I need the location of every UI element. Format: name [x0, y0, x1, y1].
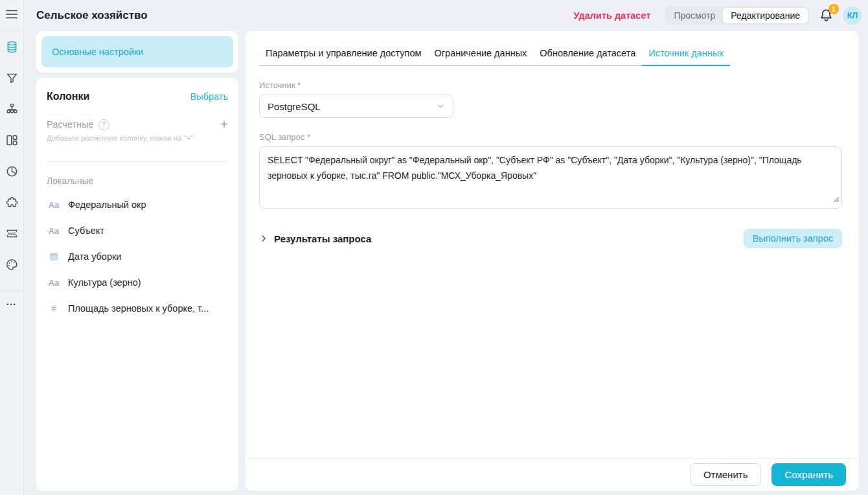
dataset-editor-page: SVG ••• Сельск: [0, 0, 868, 495]
sitemap-icon: [5, 102, 19, 119]
tab-params-access[interactable]: Параметры и управление доступом: [259, 41, 428, 66]
date-type-icon: [47, 251, 61, 262]
field-name: Площадь зерновых к уборке, т...: [68, 303, 209, 314]
left-icon-rail: SVG •••: [0, 0, 24, 495]
bell-icon: [818, 14, 834, 25]
settings-tabs: Параметры и управление доступом Ограниче…: [259, 41, 730, 66]
notifications-badge: 1: [828, 4, 839, 14]
source-select-value: PostgreSQL: [268, 101, 321, 112]
rail-item-widgets[interactable]: [4, 196, 19, 211]
calculated-columns-hint: Добавьте расчетную колонку, нажав на "+": [47, 134, 228, 142]
string-type-icon: Aa: [47, 200, 61, 210]
pie-chart-icon: [5, 165, 19, 181]
tab-dataset-update[interactable]: Обновление датасета: [533, 41, 642, 66]
svg-text:SVG: SVG: [8, 231, 16, 235]
chevron-down-icon: [436, 102, 445, 111]
field-item[interactable]: Aa Культура (зерно): [47, 270, 228, 295]
number-type-icon: #: [47, 303, 61, 314]
sidebar: Основные настройки Колонки Выбрать Расче…: [36, 31, 238, 491]
field-item[interactable]: Aa Федеральный окр: [47, 192, 228, 218]
hamburger-menu-icon: [6, 10, 17, 21]
rail-more-button[interactable]: •••: [6, 301, 16, 308]
puzzle-icon: [5, 196, 19, 212]
help-icon[interactable]: ?: [98, 119, 109, 130]
columns-title: Колонки: [47, 91, 89, 102]
sidebar-item-main-settings[interactable]: Основные настройки: [41, 36, 233, 67]
string-type-icon: Aa: [47, 226, 61, 236]
mode-view-option[interactable]: Просмотр: [666, 8, 723, 23]
layout-icon: [5, 133, 19, 150]
header: Сельское хозяйство Удалить датасет Просм…: [24, 0, 868, 31]
view-mode-toggle: Просмотр Редактирование: [665, 6, 809, 25]
rail-item-filters[interactable]: [4, 72, 19, 86]
rail-item-connections[interactable]: [4, 103, 19, 117]
field-name: Культура (зерно): [68, 277, 141, 288]
database-icon: [5, 40, 19, 56]
source-label: Источник *: [259, 80, 842, 90]
settings-nav-card: Основные настройки: [36, 31, 238, 73]
field-name: Субъект: [68, 225, 104, 236]
filter-icon: [5, 71, 19, 87]
mode-edit-option[interactable]: Редактирование: [723, 8, 808, 23]
resize-grip-icon[interactable]: [833, 194, 839, 205]
rail-item-charts[interactable]: [4, 165, 19, 179]
delete-dataset-link[interactable]: Удалить датасет: [573, 10, 650, 21]
footer-actions: Отменить Сохранить: [245, 458, 859, 491]
string-type-icon: Aa: [47, 278, 61, 288]
columns-panel: Колонки Выбрать Расчетные ? + Добавьте р…: [36, 78, 238, 491]
ellipsis-icon: •••: [6, 301, 16, 308]
field-name: Федеральный окр: [68, 200, 146, 210]
main-panel: Параметры и управление доступом Ограниче…: [245, 31, 859, 491]
source-select[interactable]: PostgreSQL: [259, 95, 453, 118]
expand-results-button[interactable]: [259, 234, 268, 243]
tab-data-restriction[interactable]: Ограничение данных: [428, 41, 534, 66]
divider: [47, 161, 228, 162]
cancel-button[interactable]: Отменить: [690, 463, 762, 486]
tab-data-source[interactable]: Источник данных: [642, 41, 730, 66]
field-item[interactable]: # Площадь зерновых к уборке, т...: [47, 295, 228, 321]
rail-item-dashboards[interactable]: [4, 134, 19, 148]
rail-divider: [0, 290, 23, 291]
sql-query-input[interactable]: SELECT "Федеральный округ" as "Федеральн…: [259, 146, 842, 209]
field-item[interactable]: Aa Субъект: [47, 218, 228, 244]
rail-item-palette[interactable]: [4, 259, 19, 273]
add-calculated-column-button[interactable]: +: [220, 118, 228, 131]
local-columns-label: Локальные: [47, 176, 228, 186]
field-item[interactable]: Дата уборки: [47, 244, 228, 270]
main-menu-button[interactable]: [0, 0, 23, 30]
rail-item-svg-assets[interactable]: SVG: [4, 227, 19, 242]
save-button[interactable]: Сохранить: [771, 463, 846, 486]
run-query-button[interactable]: Выполнить запрос: [744, 229, 842, 248]
page-title: Сельское хозяйство: [36, 9, 148, 22]
rail-item-datasets[interactable]: [4, 41, 19, 55]
notifications-button[interactable]: 1: [818, 7, 834, 24]
palette-icon: [5, 258, 19, 274]
field-name: Дата уборки: [68, 251, 121, 262]
sql-query-label: SQL запрос *: [259, 132, 842, 142]
select-columns-link[interactable]: Выбрать: [190, 91, 228, 102]
field-list: Aa Федеральный окр Aa Субъект: [47, 192, 228, 321]
calculated-columns-label: Расчетные: [47, 119, 94, 130]
query-results-label: Результаты запроса: [274, 233, 371, 244]
avatar[interactable]: КЛ: [843, 6, 862, 25]
svg-icon: SVG: [5, 227, 19, 243]
